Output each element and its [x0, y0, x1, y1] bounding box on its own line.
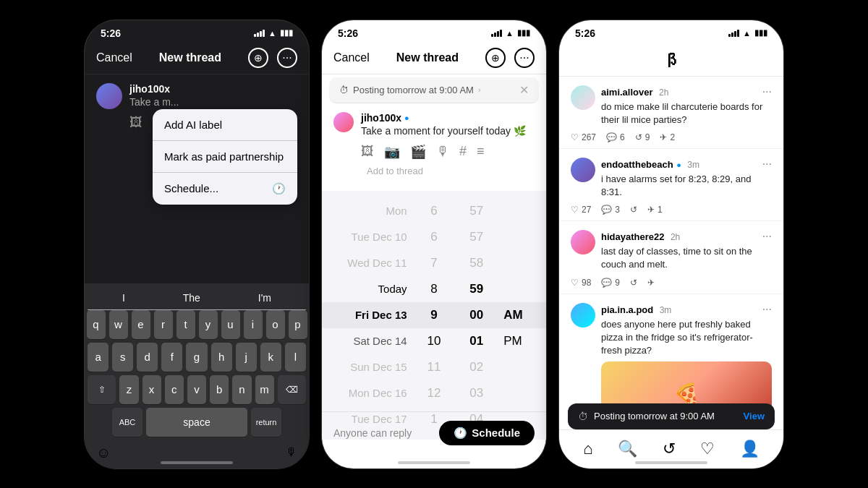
- repost-action-2[interactable]: ↺: [630, 205, 637, 215]
- suggestion-im[interactable]: I'm: [258, 292, 271, 304]
- dp-num-6a: 6: [413, 204, 456, 218]
- key-i[interactable]: i: [244, 310, 263, 339]
- image-icon-2[interactable]: 🖼: [361, 144, 374, 160]
- share-action-2[interactable]: ✈1: [647, 205, 663, 215]
- post-meta-1: aimi.allover 2h ··· do mice make lil cha…: [601, 85, 772, 127]
- profile-nav-icon[interactable]: 👤: [740, 440, 760, 458]
- key-o[interactable]: o: [266, 310, 285, 339]
- add-to-thread[interactable]: Add to thread: [333, 160, 535, 182]
- image-icon[interactable]: 🖼: [129, 115, 142, 131]
- key-g[interactable]: g: [186, 343, 207, 372]
- key-u[interactable]: u: [221, 310, 240, 339]
- notif-view-button[interactable]: View: [744, 411, 765, 421]
- key-l[interactable]: l: [285, 343, 306, 372]
- gif-icon-2[interactable]: 🎬: [410, 144, 426, 160]
- emoji-icon[interactable]: ☺: [90, 442, 116, 464]
- dp-ampm-pm: PM: [498, 334, 546, 348]
- key-abc[interactable]: ABC: [112, 408, 142, 437]
- key-r[interactable]: r: [154, 310, 173, 339]
- suggestion-the[interactable]: The: [183, 292, 200, 304]
- key-s[interactable]: s: [112, 343, 133, 372]
- schedule-item[interactable]: Schedule... 🕐: [153, 173, 297, 205]
- username-3[interactable]: hidayathere22: [601, 231, 664, 242]
- signal-icon-3: [728, 30, 739, 37]
- key-t[interactable]: t: [176, 310, 195, 339]
- username-2[interactable]: endoatthebeach: [601, 159, 673, 170]
- cancel-button-2[interactable]: Cancel: [333, 51, 370, 64]
- post-header-3: hidayathere22 2h ··· last day of classes…: [571, 230, 772, 271]
- camera-icon-2[interactable]: 📷: [384, 144, 400, 160]
- dp-row-fri[interactable]: Fri Dec 13 9 00 AM: [322, 302, 546, 328]
- dp-hour-00: 00: [455, 308, 498, 322]
- paid-partnership-item[interactable]: Mark as paid partnership: [153, 141, 297, 173]
- username-1[interactable]: aimi.allover: [601, 87, 653, 98]
- like-action-2[interactable]: ♡27: [571, 205, 591, 215]
- more-icon-2[interactable]: ···: [514, 48, 535, 68]
- key-z[interactable]: z: [119, 375, 138, 404]
- list-icon-2[interactable]: ≡: [477, 144, 485, 160]
- schedule-banner[interactable]: ⏱ Posting tomorrow at 9:00 AM › ✕: [329, 77, 539, 103]
- key-b[interactable]: b: [210, 375, 229, 404]
- like-action-1[interactable]: ♡267: [571, 132, 596, 142]
- search-nav-icon[interactable]: 🔍: [618, 440, 637, 458]
- key-j[interactable]: j: [236, 343, 257, 372]
- key-p[interactable]: p: [289, 310, 307, 339]
- key-m[interactable]: m: [255, 375, 274, 404]
- username-4[interactable]: pia.in.a.pod: [601, 304, 653, 315]
- share-action-3[interactable]: ✈: [647, 278, 655, 288]
- key-w[interactable]: w: [109, 310, 128, 339]
- schedule-button[interactable]: 🕐 Schedule: [439, 421, 535, 445]
- key-backspace[interactable]: ⌫: [278, 375, 306, 404]
- repost-action-1[interactable]: ↺9: [635, 132, 650, 142]
- comment-action-1[interactable]: 💬6: [606, 132, 625, 142]
- repost-nav-icon[interactable]: ↺: [663, 440, 676, 458]
- key-q[interactable]: q: [87, 310, 106, 339]
- key-d[interactable]: d: [137, 343, 158, 372]
- likes-nav-icon[interactable]: ♡: [700, 440, 715, 458]
- repost-action-3[interactable]: ↺: [630, 278, 637, 288]
- key-e[interactable]: e: [132, 310, 150, 339]
- key-x[interactable]: x: [142, 375, 161, 404]
- key-a[interactable]: a: [88, 343, 109, 372]
- key-k[interactable]: k: [260, 343, 281, 372]
- dp-day-mon2: Mon Dec 16: [322, 387, 413, 399]
- composer-text-1[interactable]: Take a m...: [129, 96, 297, 108]
- suggestion-i[interactable]: I: [122, 292, 125, 304]
- close-banner-button[interactable]: ✕: [519, 83, 529, 97]
- key-h[interactable]: h: [211, 343, 232, 372]
- key-space[interactable]: space: [146, 408, 247, 437]
- key-n[interactable]: n: [232, 375, 251, 404]
- key-y[interactable]: y: [199, 310, 218, 339]
- mic-icon-2[interactable]: 🎙: [436, 144, 449, 160]
- key-f[interactable]: f: [161, 343, 182, 372]
- hashtag-icon-2[interactable]: #: [459, 144, 467, 160]
- more-button-2[interactable]: ···: [762, 158, 772, 171]
- composer-text-2[interactable]: Take a moment for yourself today 🌿: [361, 125, 535, 137]
- comment-action-2[interactable]: 💬3: [601, 205, 620, 215]
- nav-bar-1: Cancel New thread ⊕ ···: [85, 42, 309, 74]
- copy-icon-2[interactable]: ⊕: [485, 48, 506, 68]
- key-shift[interactable]: ⇧: [88, 375, 116, 404]
- post-text-2: i have alarms set for 8:23, 8:29, and 8:…: [601, 173, 772, 199]
- add-ai-label-item[interactable]: Add AI label: [153, 109, 297, 141]
- mic-icon-kb[interactable]: 🎙: [280, 443, 303, 462]
- composer-content-2: jiho100x ● Take a moment for yourself to…: [361, 112, 535, 160]
- key-c[interactable]: c: [165, 375, 184, 404]
- dp-hour-58: 58: [455, 256, 498, 270]
- wifi-icon-3: ▲: [743, 29, 751, 38]
- more-button-4[interactable]: ···: [762, 303, 772, 316]
- cancel-button-1[interactable]: Cancel: [96, 51, 132, 64]
- more-icon[interactable]: ···: [277, 48, 297, 68]
- key-v[interactable]: v: [187, 375, 206, 404]
- schedule-banner-left: ⏱ Posting tomorrow at 9:00 AM ›: [339, 85, 481, 95]
- more-button-3[interactable]: ···: [762, 230, 772, 243]
- like-action-3[interactable]: ♡98: [571, 278, 591, 288]
- home-nav-icon[interactable]: ⌂: [583, 440, 592, 458]
- home-indicator-2: [398, 461, 470, 464]
- copy-icon[interactable]: ⊕: [248, 48, 268, 68]
- more-button-1[interactable]: ···: [762, 85, 772, 98]
- comment-action-3[interactable]: 💬9: [601, 278, 620, 288]
- date-picker[interactable]: Mon 6 57 Tue Dec 10 6 57 Wed Dec 11 7 58…: [322, 191, 546, 440]
- share-action-1[interactable]: ✈2: [660, 132, 675, 142]
- key-return[interactable]: return: [251, 408, 281, 437]
